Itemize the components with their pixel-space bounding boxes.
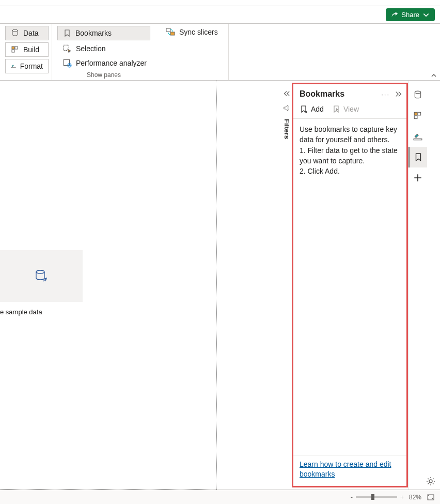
format-icon [413, 132, 422, 141]
zoom-out-button[interactable]: - [351, 494, 353, 501]
right-rail [408, 81, 427, 490]
svg-point-10 [36, 270, 44, 273]
add-bookmark-button[interactable]: Add [300, 105, 324, 113]
data-pane-label: Data [23, 29, 39, 37]
bookmark-add-icon [300, 105, 308, 113]
selection-pane-label: Selection [76, 44, 106, 53]
svg-rect-9 [170, 32, 175, 35]
svg-rect-2 [15, 47, 18, 49]
svg-rect-4 [11, 67, 15, 68]
selection-pane-button[interactable]: Selection [57, 42, 150, 55]
rail-add-button[interactable] [408, 167, 427, 188]
svg-point-11 [415, 91, 420, 94]
show-panes-label: Show panes [57, 71, 150, 79]
svg-rect-14 [414, 116, 417, 119]
build-pane-label: Build [23, 45, 39, 54]
build-icon [11, 45, 19, 54]
sample-data-card[interactable] [0, 250, 83, 302]
bookmarks-help-line3: 2. Click Add. [300, 166, 400, 176]
format-icon [11, 62, 16, 70]
bookmarks-pane: Bookmarks ··· Add View Use bookmarks to … [292, 83, 408, 487]
svg-point-16 [429, 480, 432, 483]
view-bookmark-label: View [343, 105, 359, 113]
view-bookmark-button: View [332, 105, 359, 113]
svg-point-0 [12, 29, 18, 32]
chevron-right-double-icon[interactable] [395, 90, 402, 98]
database-icon [413, 90, 422, 100]
bookmarks-pane-button[interactable]: Bookmarks [57, 26, 150, 40]
build-pane-button[interactable]: Build [5, 42, 49, 57]
bookmarks-pane-label: Bookmarks [75, 29, 112, 37]
svg-rect-12 [414, 112, 417, 115]
svg-rect-13 [418, 112, 421, 115]
database-arrow-icon [34, 269, 49, 283]
bookmarks-learn-link[interactable]: Learn how to create and edit bookmarks [300, 460, 391, 479]
megaphone-icon [283, 104, 290, 112]
sync-slicers-icon [166, 27, 175, 37]
zoom-in-button[interactable]: + [400, 494, 404, 501]
zoom-control[interactable]: - + [351, 494, 404, 501]
plus-icon [413, 173, 422, 182]
performance-pane-button[interactable]: Performance analyzer [57, 57, 150, 69]
format-pane-label: Format [20, 62, 43, 70]
sample-data-label: e sample data [0, 308, 42, 316]
filters-label: Filters [283, 119, 291, 139]
data-pane-button[interactable]: Data [5, 26, 49, 40]
svg-rect-8 [166, 28, 170, 32]
fit-to-page-icon[interactable] [427, 493, 435, 501]
svg-rect-1 [12, 47, 14, 49]
share-icon [391, 11, 398, 19]
more-icon[interactable]: ··· [381, 90, 390, 98]
bookmarks-help-line1: Use bookmarks to capture key data for yo… [300, 124, 400, 145]
add-bookmark-label: Add [311, 105, 324, 113]
zoom-slider-track[interactable] [356, 496, 397, 498]
bookmark-view-icon [332, 105, 340, 113]
report-canvas[interactable]: e sample data [0, 81, 217, 490]
sync-slicers-label: Sync slicers [179, 28, 218, 36]
svg-rect-3 [12, 50, 14, 52]
performance-icon [62, 58, 72, 68]
build-icon [413, 111, 422, 120]
rail-build-button[interactable] [408, 105, 427, 126]
status-bar: - + 82% [0, 490, 440, 504]
bookmarks-help-line2: 1. Filter data to get to the state you w… [300, 145, 400, 166]
share-label: Share [401, 11, 419, 19]
performance-pane-label: Performance analyzer [76, 59, 147, 67]
svg-rect-15 [414, 139, 422, 140]
zoom-slider-thumb[interactable] [371, 494, 374, 500]
rail-data-button[interactable] [408, 85, 427, 105]
ribbon: Data Build Format Bookmarks Selection [0, 24, 440, 81]
share-button[interactable]: Share [386, 8, 435, 21]
chevron-left-double-icon[interactable] [283, 90, 290, 97]
database-icon [11, 29, 19, 37]
format-pane-button[interactable]: Format [5, 59, 49, 73]
gear-icon[interactable] [426, 476, 436, 486]
chevron-down-icon [422, 11, 430, 19]
sync-slicers-button[interactable]: Sync slicers [159, 26, 225, 38]
bookmark-icon [63, 29, 71, 37]
bookmark-icon [414, 152, 423, 162]
zoom-value: 82% [409, 494, 421, 501]
bookmarks-title: Bookmarks [300, 89, 344, 99]
chevron-up-icon[interactable] [431, 72, 437, 79]
selection-icon [62, 44, 72, 53]
svg-rect-6 [64, 59, 69, 65]
rail-format-button[interactable] [408, 126, 427, 147]
filters-collapsed-pane[interactable]: Filters [281, 81, 292, 490]
rail-bookmarks-button[interactable] [408, 147, 427, 167]
bookmarks-help-text: Use bookmarks to capture key data for yo… [293, 119, 406, 455]
